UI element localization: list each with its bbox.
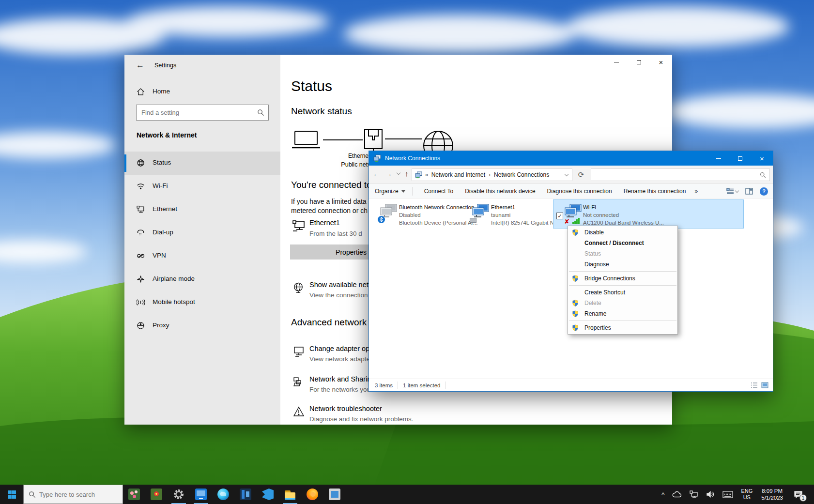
connected-heading: You're connected to [291, 180, 372, 190]
start-button[interactable] [0, 485, 23, 504]
diagnose-connection-button[interactable]: Diagnose this connection [547, 188, 612, 195]
uac-shield-icon [572, 310, 579, 317]
touch-keyboard-icon[interactable] [720, 485, 736, 504]
details-view-toggle-icon[interactable] [750, 381, 758, 390]
language-indicator[interactable]: ENGUS [738, 488, 755, 501]
adapter-options-desc: View network adapte [309, 355, 370, 363]
taskbar-search-input[interactable] [39, 491, 117, 498]
media-app-icon[interactable] [234, 485, 257, 504]
address-dropdown-chevron-icon[interactable] [565, 172, 568, 176]
menu-item-disable[interactable]: Disable [568, 227, 677, 238]
menu-item-diagnose[interactable]: Diagnose [568, 259, 677, 270]
disable-device-button[interactable]: Disable this network device [465, 188, 535, 195]
sidebar-item-status[interactable]: Status [124, 152, 280, 175]
code-app-icon[interactable] [257, 485, 279, 504]
sidebar-item-ethernet[interactable]: Ethernet [124, 198, 280, 221]
display-app-icon[interactable] [190, 485, 212, 504]
nc-maximize-button[interactable] [729, 151, 751, 166]
breadcrumb-network-connections[interactable]: Network Connections [494, 171, 549, 178]
selected-accent-bar [124, 154, 126, 172]
tray-chevron-up-icon[interactable]: ^ [659, 485, 667, 504]
signal-bars-icon [572, 218, 580, 224]
connection-tile-bluetooth[interactable]: Bluetooth Network Connection Disabled Bl… [379, 200, 469, 228]
sidebar-section-heading: Network & Internet [137, 131, 197, 139]
settings-gear-icon[interactable] [168, 485, 190, 504]
action-center-button[interactable]: 1 [789, 485, 808, 504]
troubleshooter-warning-icon [293, 406, 305, 417]
page-title: Status [291, 78, 332, 94]
status-divider [445, 382, 445, 389]
volume-icon[interactable] [703, 485, 718, 504]
nav-up-icon[interactable]: ↑ [405, 169, 409, 178]
show-networks-title[interactable]: Show available netw [309, 281, 373, 289]
address-bar[interactable]: « Network and Internet › Network Connect… [412, 168, 572, 181]
settings-search-input[interactable] [137, 105, 268, 120]
menu-item-bridge-connections[interactable]: Bridge Connections [568, 273, 677, 284]
refresh-icon[interactable]: ⟳ [574, 168, 588, 181]
flower-shortcut-icon-2[interactable] [145, 485, 168, 504]
sidebar-proxy-label: Proxy [153, 321, 169, 329]
ethernet-connection-name: Ethernet1 [309, 219, 340, 227]
search-icon [257, 109, 264, 116]
sidebar-item-hotspot[interactable]: Mobile hotspot [124, 291, 280, 314]
maximize-button[interactable] [628, 55, 650, 70]
nc-minimize-button[interactable] [707, 151, 729, 166]
sidebar-item-dialup[interactable]: Dial-up [124, 221, 280, 244]
nav-back-icon[interactable]: ← [373, 169, 380, 178]
menu-item-properties[interactable]: Properties [568, 322, 677, 333]
settings-search-box[interactable] [136, 105, 269, 121]
organize-button[interactable]: Organize [375, 188, 405, 195]
toolbar-overflow-button[interactable]: » [694, 188, 698, 195]
taskbar-search-box[interactable] [23, 485, 123, 504]
sidebar-item-wifi[interactable]: Wi-Fi [124, 175, 280, 198]
settings-window-title: Settings [154, 62, 176, 69]
nav-forward-icon[interactable]: → [385, 169, 392, 178]
adapter-options-title[interactable]: Change adapter opt [309, 345, 371, 352]
firefox-icon[interactable] [301, 485, 323, 504]
flower-shortcut-icon-1[interactable] [123, 485, 145, 504]
troubleshooter-title[interactable]: Network troubleshooter [309, 405, 382, 412]
rename-connection-button[interactable]: Rename this connection [624, 188, 686, 195]
back-arrow-icon[interactable]: ← [136, 61, 144, 70]
taskbar: ^ ENGUS 8:09 PM 5/1/2023 1 [0, 485, 814, 504]
photos-app-icon[interactable] [323, 485, 346, 504]
selection-checkbox[interactable]: ✓ [556, 213, 563, 219]
breadcrumb-collapse[interactable]: « [425, 171, 429, 178]
nc-status-bar: 3 items 1 item selected [369, 379, 773, 391]
preview-pane-icon[interactable] [745, 188, 753, 195]
explorer-search-box[interactable] [591, 168, 770, 181]
taskbar-clock[interactable]: 8:09 PM 5/1/2023 [757, 488, 787, 501]
menu-item-create-shortcut[interactable]: Create Shortcut [568, 287, 677, 298]
edge-icon[interactable] [212, 485, 234, 504]
bluetooth-badge-icon [378, 216, 385, 223]
help-icon[interactable]: ? [760, 187, 768, 196]
menu-item-rename[interactable]: Rename [568, 308, 677, 319]
sidebar-item-vpn[interactable]: VPN [124, 244, 280, 268]
explorer-search-icon [760, 172, 766, 178]
onedrive-cloud-icon[interactable] [669, 485, 685, 504]
connection-tile-ethernet1[interactable]: Ethernet1 tsunami Intel(R) 82574L Gigabi… [471, 200, 553, 228]
settings-window-controls: × [605, 55, 672, 70]
large-icons-view-toggle-icon[interactable] [760, 381, 769, 390]
sidebar-item-home[interactable]: Home [124, 83, 280, 101]
file-explorer-icon[interactable] [279, 485, 301, 504]
connection-tile-wifi[interactable]: ✓ ✘ Wi-Fi Not connected AC1200 Dual Band… [553, 200, 743, 228]
sidebar-item-airplane[interactable]: Airplane mode [124, 268, 280, 291]
breadcrumb-network-and-internet[interactable]: Network and Internet [431, 171, 485, 178]
adapter-options-icon [293, 346, 305, 357]
nc-close-button[interactable]: × [751, 151, 773, 166]
menu-item-connect-disconnect[interactable]: Connect / Disconnect [568, 238, 677, 248]
ethernet-icon [137, 205, 145, 214]
sharing-center-title[interactable]: Network and Sharin [309, 375, 371, 383]
minimize-button[interactable] [605, 55, 628, 70]
connect-to-button[interactable]: Connect To [424, 188, 454, 195]
vpn-icon [137, 252, 145, 260]
sidebar-item-proxy[interactable]: Proxy [124, 314, 280, 337]
change-view-icon[interactable] [726, 188, 738, 195]
address-location-icon [415, 171, 422, 179]
tile-name: Bluetooth Network Connection [399, 204, 474, 210]
tile-device: Bluetooth Device (Personal Ar... [399, 220, 477, 226]
nav-history-chevron-icon[interactable] [397, 171, 400, 175]
close-button[interactable]: × [650, 55, 672, 70]
network-tray-icon[interactable] [687, 485, 701, 504]
